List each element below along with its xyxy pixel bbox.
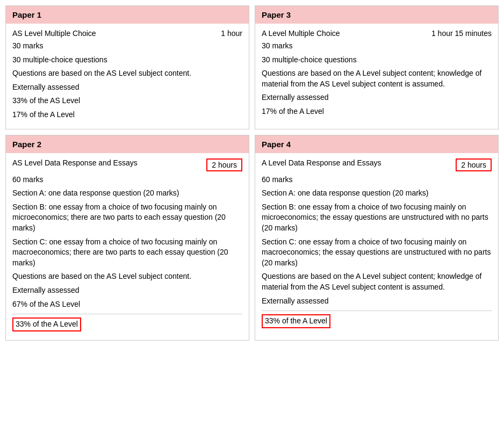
line-paper2-4: Questions are based on the AS Level subj…	[12, 271, 242, 282]
card-paper1: Paper 1AS Level Multiple Choice1 hour30 …	[5, 5, 249, 129]
header-paper3: Paper 3	[255, 6, 498, 24]
line-paper2-0: 60 marks	[12, 175, 242, 185]
line-paper3-1: 30 multiple-choice questions	[262, 55, 492, 66]
line-paper4-6: 33% of the A Level	[262, 311, 492, 328]
line-paper3-0: 30 marks	[262, 41, 492, 52]
boxed-percent-paper2: 33% of the A Level	[12, 317, 81, 331]
line-paper1-4: 33% of the AS Level	[12, 96, 242, 106]
line-paper2-2: Section B: one essay from a choice of tw…	[12, 202, 242, 234]
card-paper3: Paper 3A Level Multiple Choice1 hour 15 …	[255, 5, 499, 129]
line-paper1-2: Questions are based on the AS Level subj…	[12, 68, 242, 79]
line-paper4-0: 60 marks	[262, 175, 492, 185]
duration-paper4: 2 hours	[456, 158, 492, 171]
body-paper2: AS Level Data Response and Essays2 hours…	[6, 153, 249, 340]
body-paper1: AS Level Multiple Choice1 hour30 marks30…	[6, 24, 249, 129]
line-paper3-2: Questions are based on the A Level subje…	[262, 68, 492, 89]
subject-title-paper1: AS Level Multiple Choice	[12, 29, 215, 38]
boxed-percent-paper4: 33% of the A Level	[262, 314, 330, 328]
header-paper4: Paper 4	[255, 135, 498, 153]
line-paper2-3: Section C: one essay from a choice of tw…	[12, 237, 242, 269]
line-paper4-2: Section B: one essay from a choice of tw…	[262, 202, 492, 234]
line-paper2-6: 67% of the AS Level	[12, 299, 242, 310]
line-paper2-5: Externally assessed	[12, 285, 242, 296]
header-paper1: Paper 1	[6, 6, 249, 24]
subject-title-paper3: A Level Multiple Choice	[262, 29, 426, 38]
duration-paper3: 1 hour 15 minutes	[431, 29, 492, 38]
body-paper3: A Level Multiple Choice1 hour 15 minutes…	[255, 24, 498, 126]
line-paper4-4: Questions are based on the A Level subje…	[262, 271, 492, 292]
subject-row-paper3: A Level Multiple Choice1 hour 15 minutes	[262, 29, 492, 38]
papers-grid: Paper 1AS Level Multiple Choice1 hour30 …	[5, 5, 499, 341]
line-paper1-5: 17% of the A Level	[12, 110, 242, 120]
line-paper4-3: Section C: one essay from a choice of tw…	[262, 237, 492, 269]
subject-row-paper2: AS Level Data Response and Essays2 hours	[12, 158, 242, 171]
subject-row-paper1: AS Level Multiple Choice1 hour	[12, 29, 242, 38]
line-paper4-1: Section A: one data response question (2…	[262, 188, 492, 199]
body-paper4: A Level Data Response and Essays2 hours6…	[255, 153, 498, 337]
subject-title-paper4: A Level Data Response and Essays	[262, 158, 450, 167]
line-paper4-5: Externally assessed	[262, 296, 492, 307]
card-paper4: Paper 4A Level Data Response and Essays2…	[255, 135, 499, 341]
line-paper2-7: 33% of the A Level	[12, 314, 242, 331]
subject-title-paper2: AS Level Data Response and Essays	[12, 158, 201, 167]
duration-paper2: 2 hours	[206, 158, 242, 171]
line-paper1-3: Externally assessed	[12, 82, 242, 93]
line-paper1-0: 30 marks	[12, 41, 242, 52]
duration-paper1: 1 hour	[221, 29, 242, 38]
subject-row-paper4: A Level Data Response and Essays2 hours	[262, 158, 492, 171]
card-paper2: Paper 2AS Level Data Response and Essays…	[5, 135, 249, 341]
line-paper1-1: 30 multiple-choice questions	[12, 55, 242, 66]
line-paper3-4: 17% of the A Level	[262, 106, 492, 117]
header-paper2: Paper 2	[6, 135, 249, 153]
line-paper3-3: Externally assessed	[262, 92, 492, 103]
line-paper2-1: Section A: one data response question (2…	[12, 188, 242, 199]
